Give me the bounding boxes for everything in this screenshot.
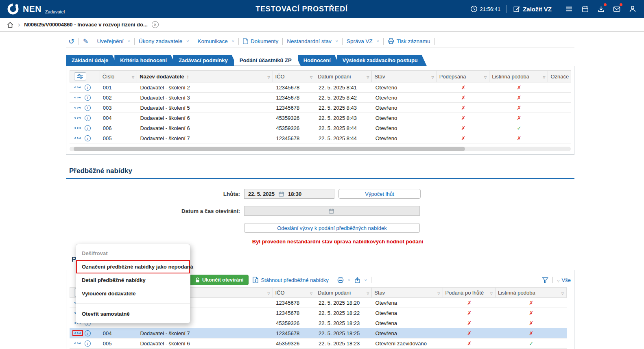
filter-caret-icon[interactable] (367, 74, 369, 80)
tab-zadavaci-podminky[interactable]: Zadávací podmínky (173, 55, 237, 66)
more-actions-icon[interactable] (74, 137, 82, 140)
odeslani-vyzvy-button[interactable]: Odeslání výzvy k podání předběžných nabí… (244, 223, 420, 233)
filter-caret-icon[interactable] (267, 74, 270, 80)
more-actions-icon[interactable] (74, 126, 82, 130)
downloads-icon[interactable] (596, 4, 606, 14)
table-row[interactable]: 002 Dodavatel - školení 3 12345678 22. 5… (70, 93, 571, 103)
menu-item-oznaceni-nepodana[interactable]: Označení předběžné nabídky jako nepodaná (76, 260, 190, 273)
col-header-stav[interactable]: Stav (372, 288, 443, 297)
cell-ico: 12345678 (273, 85, 315, 91)
filter-caret-icon[interactable] (432, 74, 434, 80)
table-row[interactable]: 005 Dodavatel - školení 7 12345678 22. 5… (70, 133, 571, 143)
row-actions (70, 135, 100, 141)
tab-podani-ucastniku[interactable]: Podání účastníků ZP (234, 55, 301, 66)
menu-sprava-vz[interactable]: Správa VZ (347, 38, 379, 44)
tab-hodnoceni[interactable]: Hodnocení (298, 55, 340, 66)
menu-nestandardni-stav[interactable]: Nestandardní stav (287, 38, 338, 44)
close-record-icon[interactable] (152, 21, 159, 28)
info-icon[interactable] (85, 135, 91, 141)
table-row[interactable]: 004 Dodavatel - školení 6 45359326 22. 5… (70, 113, 571, 123)
filter-caret-icon[interactable] (437, 290, 440, 296)
tab-vysledek[interactable]: Výsledek zadávacího postupu (337, 55, 427, 66)
print-record-button[interactable]: Tisk záznamu (388, 38, 430, 44)
menu-hamburger-icon[interactable] (564, 4, 574, 14)
lhuta-datetime-field[interactable]: 22. 5. 2025 18:30 (244, 189, 334, 199)
info-icon[interactable] (85, 340, 91, 347)
info-icon[interactable] (85, 95, 91, 101)
cell-ico: 45359326 (273, 320, 315, 326)
vypocet-lhut-button[interactable]: Výpočet lhůt (338, 189, 421, 199)
col-header-podepsana[interactable]: Podepsána (437, 71, 489, 82)
undo-icon[interactable] (68, 38, 74, 45)
col-header-oznacena[interactable]: Označe (548, 71, 571, 82)
ukoncit-oteviraní-button[interactable]: Ukončit otevírání (190, 275, 249, 285)
filter-caret-icon[interactable] (267, 290, 270, 296)
filter-caret-icon[interactable] (132, 74, 134, 80)
filter-vse-dropdown[interactable]: Vše (557, 277, 571, 283)
filter-caret-icon[interactable] (484, 74, 487, 80)
filter-caret-icon[interactable] (543, 74, 545, 80)
info-icon[interactable] (85, 105, 91, 111)
filter-caret-icon[interactable] (561, 290, 564, 296)
menu-dokumenty[interactable]: Dokumenty (243, 38, 278, 44)
more-actions-icon[interactable] (74, 342, 82, 345)
breadcrumb-current[interactable]: N006/25/V00004860 - Inovace v rozvoji ří… (24, 22, 147, 28)
cell-listinna-mark: ✓ (490, 125, 549, 131)
stahnout-nabidky-button[interactable]: Stáhnout předběžné nabídky (253, 277, 328, 283)
print-dropdown[interactable] (337, 277, 350, 283)
col-header-listinna[interactable]: Listinná podoba (489, 71, 548, 82)
table-row[interactable]: 005 Dodavatel - školení 6 45359326 22. 5… (70, 338, 567, 349)
menu-item-otevrit-samostatne[interactable]: Otevřít samostatně (76, 307, 190, 321)
info-icon[interactable] (85, 85, 91, 91)
tab-zakladni-udaje[interactable]: Základní údaje (66, 55, 117, 66)
otevirani-datetime-field[interactable] (244, 206, 420, 216)
menu-item-vylouceni-dodavatele[interactable]: Vyloučení dodavatele (76, 287, 190, 300)
cell-stav: Otevřena (372, 300, 443, 306)
table-row[interactable]: 006 Dodavatel - školení 6 45359326 22. 5… (70, 123, 571, 133)
more-actions-icon[interactable] (74, 116, 82, 119)
more-actions-icon[interactable] (74, 86, 82, 89)
filter-caret-icon[interactable] (367, 290, 369, 296)
edit-record-icon[interactable] (83, 38, 88, 45)
col-header-nazev[interactable]: Název dodavatele (137, 71, 273, 82)
horizontal-scrollbar[interactable] (70, 147, 571, 151)
menu-ukony-zadavatele[interactable]: Úkony zadavatele (139, 38, 189, 44)
user-profile-icon[interactable] (628, 4, 637, 14)
cell-nazev: Dodavatel - školení 7 (137, 330, 273, 336)
info-icon[interactable] (85, 125, 91, 131)
cell-datum: 22. 5. 2025 18:25 (315, 330, 372, 336)
col-header-stav[interactable]: Stav (372, 71, 437, 82)
home-icon[interactable] (7, 21, 14, 28)
menu-komunikace[interactable]: Komunikace (197, 38, 234, 44)
info-icon[interactable] (85, 330, 91, 336)
filter-caret-icon[interactable] (310, 290, 312, 296)
info-icon[interactable] (85, 115, 91, 121)
filter-caret-icon[interactable] (490, 290, 493, 296)
column-settings-icon[interactable] (74, 72, 86, 80)
more-actions-icon[interactable] (74, 106, 82, 109)
calendar-icon[interactable] (580, 4, 590, 14)
mail-icon[interactable] (612, 4, 622, 14)
create-vz-button[interactable]: Založit VZ (513, 5, 552, 13)
export-dropdown[interactable] (354, 277, 367, 283)
filter-funnel-icon[interactable] (542, 277, 548, 283)
calendar-small-icon[interactable] (329, 208, 334, 214)
scrollbar-thumb[interactable] (74, 147, 465, 151)
col-header-ico[interactable]: IČO (273, 71, 316, 82)
table-row[interactable]: 001 Dodavatel - školení 2 12345678 22. 5… (70, 82, 571, 93)
menu-item-detail-nabidky[interactable]: Detail předběžné nabídky (76, 273, 190, 287)
table-row[interactable]: 003 Dodavatel - školení 5 12345678 22. 5… (70, 103, 571, 113)
menu-uverejneni[interactable]: Uveřejnění (97, 38, 130, 44)
col-header-ico[interactable]: IČO (273, 288, 316, 297)
calendar-small-icon[interactable] (279, 191, 284, 197)
tab-kriteria-hodnoceni[interactable]: Kritéria hodnocení (114, 55, 176, 66)
more-actions-icon[interactable] (74, 96, 82, 99)
col-header-po-lhute[interactable]: Podaná po lhůtě (443, 288, 496, 297)
filter-caret-icon[interactable] (310, 74, 312, 80)
col-header-datum[interactable]: Datum podání (315, 288, 372, 297)
col-header-cislo[interactable]: Číslo (100, 71, 138, 82)
col-header-listinna[interactable]: Listinná podoba (496, 288, 566, 297)
table-row-selected[interactable]: 004 Dodavatel - školení 7 12345678 22. 5… (70, 328, 567, 338)
more-actions-icon[interactable] (74, 332, 82, 335)
col-header-datum[interactable]: Datum podání (315, 71, 372, 82)
